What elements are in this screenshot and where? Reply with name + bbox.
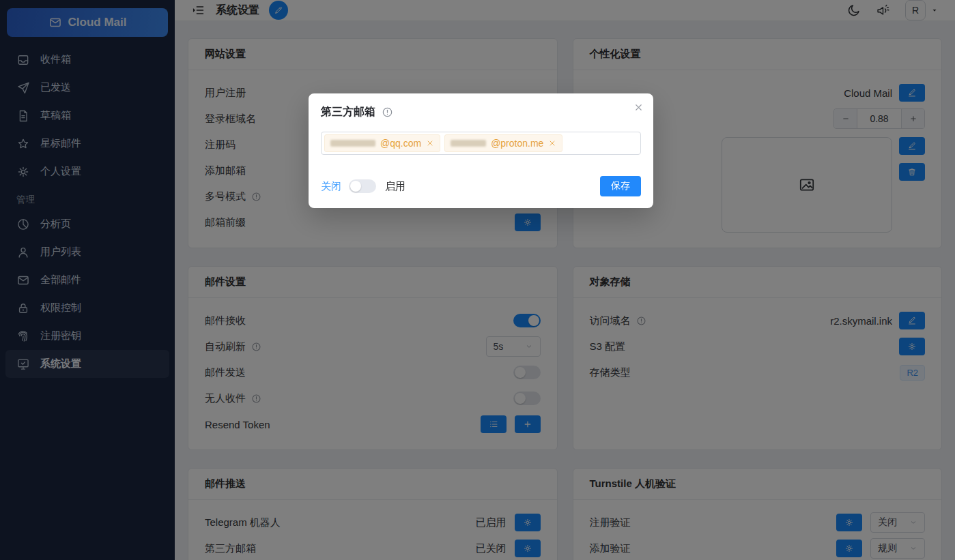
mailbox-tag: @proton.me [444, 134, 562, 152]
modal-overlay[interactable] [0, 0, 955, 560]
save-button[interactable]: 保存 [600, 176, 641, 196]
mailbox-tags-input[interactable]: @qq.com @proton.me [321, 132, 641, 155]
mailbox-tag: @qq.com [324, 134, 440, 152]
info-icon[interactable] [382, 106, 393, 118]
tag-remove-icon[interactable] [426, 139, 434, 147]
tag-domain: @qq.com [380, 138, 421, 149]
close-icon [633, 102, 644, 113]
switch-off-label: 关闭 [321, 180, 341, 193]
tag-domain: @proton.me [491, 138, 543, 149]
redacted-text [330, 140, 375, 147]
enable-toggle[interactable] [349, 179, 376, 193]
dialog-title: 第三方邮箱 [321, 105, 375, 119]
redacted-text [451, 140, 486, 147]
tag-remove-icon[interactable] [548, 139, 556, 147]
switch-on-label: 启用 [385, 180, 405, 193]
third-party-mailbox-dialog: 第三方邮箱 @qq.com @proton.me 关闭 启用 保存 [309, 93, 653, 208]
dialog-close-button[interactable] [633, 102, 644, 113]
